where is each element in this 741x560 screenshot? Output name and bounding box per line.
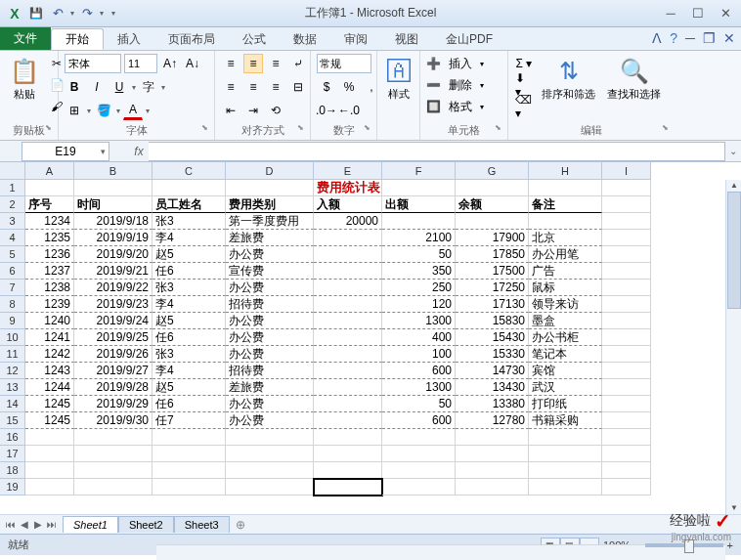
cell[interactable]: 1234 <box>25 213 74 230</box>
row-header-4[interactable]: 4 <box>0 230 25 246</box>
tab-home[interactable]: 开始 <box>51 28 104 50</box>
close-button[interactable]: ✕ <box>712 4 739 23</box>
cell[interactable] <box>382 213 456 230</box>
cell[interactable] <box>314 263 382 280</box>
scroll-down-arrow[interactable]: ▼ <box>726 502 741 514</box>
tab-prev[interactable]: ◀ <box>18 519 31 530</box>
font-color-dropdown[interactable]: ▾ <box>146 107 150 115</box>
col-header-E[interactable]: E <box>314 162 382 180</box>
col-header-D[interactable]: D <box>226 162 314 180</box>
italic-button[interactable]: I <box>87 77 107 97</box>
font-color-button[interactable]: A <box>123 101 143 120</box>
cell[interactable]: 差旅费 <box>226 230 314 246</box>
cell[interactable]: 办公费 <box>226 346 314 363</box>
cell[interactable] <box>153 429 226 446</box>
cell[interactable]: 20000 <box>314 213 382 230</box>
cell[interactable]: 600 <box>382 363 456 379</box>
cell[interactable]: 招待费 <box>226 296 314 313</box>
increase-indent-button[interactable]: ⇥ <box>243 101 263 120</box>
doc-close-icon[interactable]: ✕ <box>723 30 735 46</box>
insert-button[interactable]: 插入 <box>444 54 477 73</box>
delete-button[interactable]: 删除 <box>444 75 477 95</box>
cell[interactable] <box>529 446 602 462</box>
cell[interactable] <box>382 479 456 495</box>
cell[interactable] <box>529 429 602 446</box>
phonetic-dropdown[interactable]: ▾ <box>161 83 165 92</box>
currency-button[interactable]: $ <box>317 77 336 97</box>
cell[interactable] <box>456 462 529 479</box>
row-header-13[interactable]: 13 <box>0 379 25 396</box>
cell[interactable]: 50 <box>382 246 456 263</box>
cell[interactable]: 2019/9/20 <box>74 246 153 263</box>
sheet-tab-3[interactable]: Sheet3 <box>174 516 230 533</box>
cell[interactable]: 任6 <box>153 396 226 412</box>
cell[interactable] <box>314 280 382 296</box>
cell[interactable]: 15330 <box>456 346 529 363</box>
underline-button[interactable]: U <box>109 77 129 97</box>
font-size-selector[interactable] <box>124 54 157 73</box>
cell[interactable]: 打印纸 <box>529 396 602 412</box>
cell[interactable] <box>314 396 382 412</box>
qat-customize[interactable]: ▾ <box>111 9 115 18</box>
cell[interactable] <box>153 462 226 479</box>
help-icon[interactable]: ? <box>670 30 677 46</box>
cell[interactable]: 办公费 <box>226 412 314 429</box>
cell[interactable] <box>74 462 153 479</box>
cell[interactable]: 鼠标 <box>529 280 602 296</box>
cell[interactable] <box>456 180 529 196</box>
row-header-19[interactable]: 19 <box>0 479 25 495</box>
cell[interactable] <box>602 213 651 230</box>
paste-button[interactable]: 📋 粘贴 <box>6 54 43 104</box>
cell[interactable]: 办公书柜 <box>529 329 602 346</box>
col-header-C[interactable]: C <box>153 162 226 180</box>
cell[interactable]: 2019/9/28 <box>74 379 153 396</box>
cell[interactable]: 第一季度费用 <box>226 213 314 230</box>
cell[interactable]: 1300 <box>382 379 456 396</box>
cell[interactable]: 1244 <box>25 379 74 396</box>
cell[interactable] <box>529 213 602 230</box>
wrap-text-button[interactable]: ⤶ <box>288 54 308 73</box>
formula-input[interactable] <box>149 142 725 161</box>
cell[interactable]: 50 <box>382 396 456 412</box>
row-header-10[interactable]: 10 <box>0 329 25 346</box>
cell[interactable]: 备注 <box>529 196 602 213</box>
delete-dropdown[interactable]: ▾ <box>480 81 484 90</box>
decrease-indent-button[interactable]: ⇤ <box>221 101 240 120</box>
cell[interactable] <box>25 446 74 462</box>
new-sheet-button[interactable]: ⊕ <box>230 518 251 532</box>
row-header-17[interactable]: 17 <box>0 446 25 462</box>
align-top-button[interactable]: ≡ <box>221 54 240 73</box>
cell[interactable] <box>602 379 651 396</box>
cell[interactable]: 员工姓名 <box>153 196 226 213</box>
tab-pdf[interactable]: 金山PDF <box>432 28 506 50</box>
tab-formulas[interactable]: 公式 <box>229 28 280 50</box>
cell[interactable] <box>602 446 651 462</box>
tab-review[interactable]: 审阅 <box>330 28 381 50</box>
increase-font-button[interactable]: A↑ <box>160 54 180 73</box>
cell[interactable]: 北京 <box>529 230 602 246</box>
sheet-tab-1[interactable]: Sheet1 <box>63 516 118 533</box>
scroll-thumb[interactable] <box>727 192 741 309</box>
doc-minimize-icon[interactable]: ─ <box>685 30 695 46</box>
sheet-tab-2[interactable]: Sheet2 <box>118 516 174 533</box>
cell[interactable] <box>529 180 602 196</box>
cell[interactable] <box>602 462 651 479</box>
cell[interactable] <box>226 429 314 446</box>
cell[interactable]: 费用类别 <box>226 196 314 213</box>
cell[interactable]: 张3 <box>153 213 226 230</box>
cell[interactable] <box>382 180 456 196</box>
minimize-ribbon-icon[interactable]: ᐱ <box>652 30 662 46</box>
cell[interactable] <box>314 412 382 429</box>
cell[interactable]: 时间 <box>74 196 153 213</box>
cell[interactable] <box>25 429 74 446</box>
cell[interactable] <box>314 230 382 246</box>
cell[interactable] <box>314 429 382 446</box>
cell[interactable]: 招待费 <box>226 363 314 379</box>
cell[interactable] <box>456 429 529 446</box>
col-header-G[interactable]: G <box>456 162 529 180</box>
cell[interactable]: 序号 <box>25 196 74 213</box>
redo-button[interactable]: ↷ <box>78 5 96 22</box>
cell[interactable] <box>314 446 382 462</box>
cell[interactable] <box>602 280 651 296</box>
merge-button[interactable]: ⊟ <box>288 77 308 97</box>
